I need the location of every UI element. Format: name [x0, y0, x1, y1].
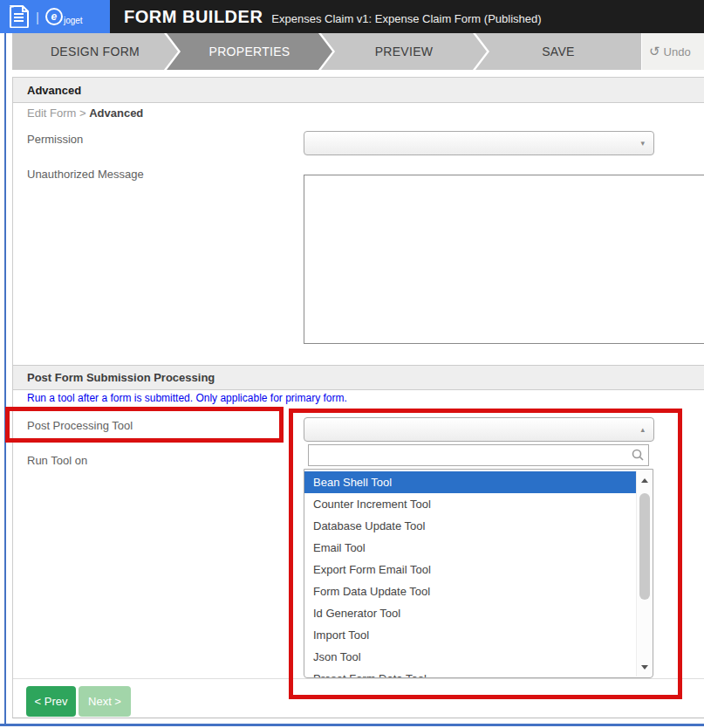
breadcrumb-separator: >: [76, 106, 89, 120]
breadcrumb: Edit Form > Advanced: [27, 106, 143, 120]
dropdown-search-box: [308, 444, 649, 466]
app-title: FORM BUILDER: [124, 7, 263, 27]
permission-label: Permission: [27, 133, 83, 146]
dropdown-scrollbar[interactable]: [636, 470, 652, 676]
joget-logo-letter: e: [45, 8, 63, 25]
undo-label: Undo: [664, 45, 691, 58]
logo-block[interactable]: | e joget: [0, 0, 110, 33]
scrollbar-thumb[interactable]: [639, 493, 650, 600]
dropdown-option[interactable]: Counter Increment Tool: [304, 493, 636, 515]
section-header-post-processing: Post Form Submission Processing: [13, 365, 704, 390]
permission-select[interactable]: ▾: [304, 131, 654, 155]
dropdown-options: Bean Shell Tool Counter Increment Tool D…: [304, 471, 636, 678]
dropdown-option[interactable]: Database Update Tool: [304, 515, 636, 537]
properties-panel: Advanced Edit Form > Advanced Permission…: [12, 77, 704, 718]
scroll-down-icon[interactable]: [637, 659, 653, 675]
breadcrumb-parent[interactable]: Edit Form: [27, 106, 76, 120]
dropdown-option[interactable]: Id Generator Tool: [304, 602, 636, 624]
builder-nav: DESIGN FORM PROPERTIES PREVIEW SAVE ↺ Un…: [12, 33, 704, 70]
window-frame-left: [4, 33, 6, 725]
dropdown-option[interactable]: Json Tool: [304, 646, 636, 668]
unauthorized-message-label: Unauthorized Message: [27, 168, 144, 181]
dropdown-option[interactable]: Email Tool: [304, 537, 636, 559]
logo-divider: |: [36, 10, 39, 24]
tab-save[interactable]: SAVE: [475, 33, 641, 70]
post-processing-hint: Run a tool after a form is submitted. On…: [27, 392, 347, 404]
undo-button[interactable]: ↺ Undo: [642, 33, 704, 70]
dropdown-option[interactable]: Import Tool: [304, 624, 636, 646]
next-button-disabled: Next >: [79, 686, 131, 717]
dropdown-option[interactable]: Export Form Email Tool: [304, 559, 636, 580]
footer-divider: [13, 678, 704, 679]
post-processing-tool-select[interactable]: ▴: [304, 417, 654, 442]
post-processing-tool-label: Post Processing Tool: [27, 419, 133, 432]
dropdown-search-input[interactable]: [311, 447, 625, 464]
tab-preview[interactable]: PREVIEW: [321, 33, 487, 70]
form-builder-window: | e joget FORM BUILDER Expenses Claim v1…: [0, 0, 704, 728]
dropdown-option[interactable]: Bean Shell Tool: [304, 471, 636, 493]
header-titles: FORM BUILDER Expenses Claim v1: Expense …: [110, 7, 542, 27]
window-frame-bottom: [0, 724, 704, 726]
breadcrumb-current: Advanced: [89, 106, 143, 120]
dropdown-option[interactable]: Preset Form Data Tool: [304, 668, 636, 678]
unauthorized-message-textarea[interactable]: [304, 175, 704, 344]
document-icon: [9, 5, 30, 28]
dropdown-option-list: Bean Shell Tool Counter Increment Tool D…: [304, 469, 653, 678]
app-header: | e joget FORM BUILDER Expenses Claim v1…: [0, 0, 704, 33]
form-name-subtitle: Expenses Claim v1: Expense Claim Form (P…: [271, 12, 541, 25]
prev-button[interactable]: < Prev: [26, 686, 76, 717]
section-header-advanced: Advanced: [13, 78, 704, 103]
search-icon: [631, 448, 645, 465]
chevron-up-icon: ▴: [640, 425, 645, 434]
undo-icon: ↺: [649, 44, 660, 59]
chevron-down-icon: ▾: [640, 139, 645, 148]
dropdown-option[interactable]: Form Data Update Tool: [304, 580, 636, 602]
scroll-up-icon[interactable]: [637, 472, 653, 488]
run-tool-on-label: Run Tool on: [27, 454, 87, 467]
tab-properties[interactable]: PROPERTIES: [167, 33, 332, 70]
tab-design-form[interactable]: DESIGN FORM: [12, 33, 178, 70]
joget-logo-word: joget: [64, 16, 83, 25]
joget-logo-icon[interactable]: e joget: [45, 8, 83, 25]
